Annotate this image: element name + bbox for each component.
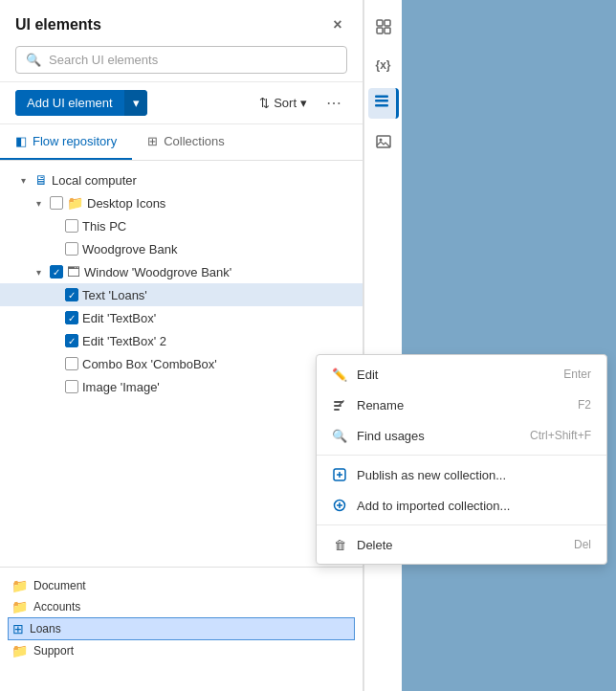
preview-loans-label: Loans [30, 622, 61, 635]
grid-icon: ⊞ [12, 621, 24, 636]
svg-rect-2 [334, 409, 340, 411]
tab-collections[interactable]: ⊞ Collections [132, 124, 240, 160]
rename-shortcut: F2 [578, 398, 591, 412]
add-ui-element-button[interactable]: Add UI element ▾ [15, 90, 147, 116]
tab-collections-label: Collections [164, 134, 225, 148]
svg-rect-11 [377, 28, 383, 33]
monitor-icon: 🖥 [34, 172, 48, 188]
tabs: ◧ Flow repository ⊞ Collections [0, 124, 363, 161]
menu-item-find-usages[interactable]: 🔍 Find usages Ctrl+Shift+F [317, 420, 606, 451]
tree-item-woodgrove-bank[interactable]: ▶ Woodgrove Bank [0, 237, 363, 260]
folder-icon: 📁 [67, 195, 83, 211]
svg-rect-12 [385, 28, 390, 33]
image-label: Image 'Image' [82, 380, 160, 394]
svg-rect-14 [375, 104, 388, 107]
desktop-checkbox[interactable] [50, 196, 63, 210]
menu-item-add-imported[interactable]: Add to imported collection... [317, 490, 606, 521]
this-pc-checkbox[interactable] [65, 219, 78, 233]
tree-item-edit-textbox2[interactable]: ▶ ✓ Edit 'TextBox' 2 [0, 329, 363, 352]
menu-item-rename[interactable]: Rename F2 [317, 390, 606, 420]
svg-rect-10 [385, 20, 390, 26]
delete-icon: 🗑 [332, 537, 347, 552]
menu-divider-2 [317, 524, 606, 525]
sidebar-icon-elements[interactable] [368, 11, 399, 42]
chevron-icon: ▾ [31, 264, 46, 279]
window-woodgrove-label: Window 'Woodgrove Bank' [84, 265, 231, 279]
sidebar-icon-images[interactable] [368, 126, 399, 157]
tree-item-image[interactable]: ▶ Image 'Image' [0, 375, 363, 398]
collections-tab-icon: ⊞ [147, 134, 158, 148]
preview-item-accounts[interactable]: 📁 Accounts [8, 596, 355, 617]
edit-icon: ✏️ [332, 367, 347, 382]
tree-item-combobox[interactable]: ▶ Combo Box 'ComboBox' [0, 352, 363, 375]
preview-item-document[interactable]: 📁 Document [8, 575, 355, 596]
svg-rect-13 [375, 100, 388, 102]
tree-item-edit-textbox[interactable]: ▶ ✓ Edit 'TextBox' [0, 306, 363, 329]
more-options-button[interactable]: ⋯ [320, 90, 347, 116]
add-ui-element-main[interactable]: Add UI element [15, 90, 124, 116]
svg-rect-9 [377, 20, 383, 26]
blue-area [402, 0, 616, 691]
folder-icon: 📁 [11, 578, 28, 593]
image-checkbox[interactable] [65, 380, 78, 393]
preview-accounts-label: Accounts [33, 600, 80, 613]
combobox-checkbox[interactable] [65, 357, 78, 370]
sidebar-icon-layers[interactable] [368, 88, 399, 119]
tree-item-this-pc[interactable]: ▶ This PC [0, 214, 363, 237]
preview-document-label: Document [33, 579, 86, 592]
sidebar-icon-variables[interactable]: {x} [368, 50, 399, 80]
chevron-icon: ▾ [31, 195, 46, 211]
window-checkbox[interactable]: ✓ [50, 265, 63, 279]
preview-area: 📁 Document 📁 Accounts ⊞ Loans 📁 Support [0, 567, 363, 691]
add-imported-label: Add to imported collection... [357, 499, 510, 513]
panel-title: UI elements [15, 16, 101, 33]
text-loans-checkbox[interactable]: ✓ [65, 288, 78, 301]
find-usages-label: Find usages [357, 429, 425, 443]
flow-tab-icon: ◧ [15, 134, 27, 148]
preview-item-loans[interactable]: ⊞ Loans [8, 617, 355, 640]
folder-icon: 📁 [11, 599, 28, 614]
context-menu: ✏️ Edit Enter Rename [316, 354, 607, 565]
text-loans-label: Text 'Loans' [82, 288, 147, 302]
edit-label: Edit [357, 368, 378, 382]
find-usages-icon: 🔍 [332, 428, 347, 443]
svg-rect-1 [334, 405, 341, 407]
tree-item-text-loans[interactable]: ▶ ✓ Text 'Loans' [0, 283, 363, 306]
tab-flow-repository[interactable]: ◧ Flow repository [0, 124, 132, 160]
edit-textbox-label: Edit 'TextBox' [82, 311, 156, 325]
right-sidebar: {x} [363, 0, 402, 691]
tree-item-local-computer[interactable]: ▾ 🖥 Local computer [0, 168, 363, 191]
tree-item-window-woodgrove[interactable]: ▾ ✓ 🗔 Window 'Woodgrove Bank' [0, 260, 363, 283]
sort-chevron-icon: ▾ [300, 96, 307, 110]
menu-item-edit[interactable]: ✏️ Edit Enter [317, 359, 606, 390]
folder-icon: 📁 [11, 643, 28, 658]
edit-textbox2-checkbox[interactable]: ✓ [65, 334, 78, 347]
sort-button[interactable]: ⇅ Sort ▾ [253, 92, 313, 114]
edit-textbox2-label: Edit 'TextBox' 2 [82, 334, 166, 348]
close-button[interactable]: × [328, 15, 347, 34]
tree-item-desktop-icons[interactable]: ▾ 📁 Desktop Icons [0, 191, 363, 214]
this-pc-label: This PC [82, 219, 126, 234]
woodgrove-bank-label: Woodgrove Bank [82, 242, 178, 256]
menu-item-delete[interactable]: 🗑 Delete Del [317, 529, 606, 560]
tree-container: ▾ 🖥 Local computer ▾ 📁 Desktop Icons ▶ T… [0, 161, 363, 567]
edit-shortcut: Enter [563, 368, 591, 381]
sort-arrows-icon: ⇅ [259, 96, 270, 110]
search-icon: 🔍 [26, 53, 41, 67]
toolbar: Add UI element ▾ ⇅ Sort ▾ ⋯ [0, 82, 363, 124]
preview-item-support[interactable]: 📁 Support [8, 640, 355, 661]
preview-support-label: Support [33, 644, 74, 658]
delete-label: Delete [357, 538, 393, 552]
add-ui-element-dropdown[interactable]: ▾ [124, 90, 147, 116]
desktop-icons-label: Desktop Icons [87, 196, 165, 211]
menu-divider-1 [317, 455, 606, 456]
woodgrove-checkbox[interactable] [65, 242, 78, 256]
chevron-icon: ▾ [15, 172, 31, 188]
tab-flow-label: Flow repository [33, 134, 117, 148]
menu-item-publish[interactable]: Publish as new collection... [317, 459, 606, 490]
add-imported-icon [332, 498, 347, 513]
edit-textbox-checkbox[interactable]: ✓ [65, 311, 78, 324]
search-input[interactable] [49, 53, 337, 67]
rename-icon [332, 397, 347, 412]
delete-shortcut: Del [574, 538, 591, 551]
